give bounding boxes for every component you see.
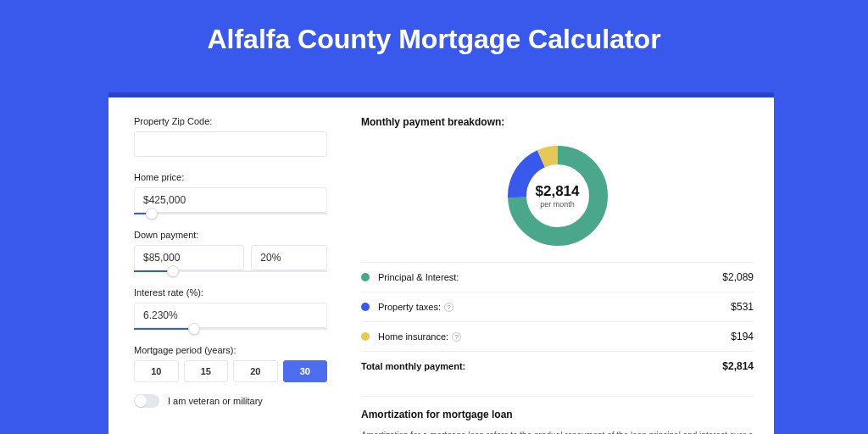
interest-field: Interest rate (%):: [134, 287, 327, 330]
help-icon[interactable]: ?: [452, 332, 461, 342]
veteran-label: I am veteran or military: [168, 396, 263, 406]
legend: Principal & Interest:$2,089Property taxe…: [361, 262, 754, 352]
zip-field: Property Zip Code:: [134, 116, 327, 157]
legend-value: $531: [731, 301, 754, 313]
period-btn-10[interactable]: 10: [134, 360, 179, 382]
legend-dot: [361, 303, 370, 311]
calculator-card: Property Zip Code: Home price: Down paym…: [108, 97, 774, 434]
down-payment-label: Down payment:: [134, 230, 327, 240]
donut-subtext: per month: [540, 200, 575, 209]
donut-chart: $2,814 per month: [361, 136, 754, 262]
zip-input[interactable]: [134, 131, 327, 157]
legend-label: Principal & Interest:: [378, 272, 722, 282]
legend-row: Home insurance:?$194: [361, 322, 754, 352]
home-price-input[interactable]: [134, 187, 327, 213]
donut-center: $2,814 per month: [504, 142, 612, 250]
breakdown-heading: Monthly payment breakdown:: [361, 116, 754, 128]
home-price-slider[interactable]: [134, 213, 327, 214]
period-field: Mortgage period (years): 10152030: [134, 345, 327, 382]
home-price-label: Home price:: [134, 172, 327, 182]
toggle-knob: [135, 395, 147, 407]
legend-row: Principal & Interest:$2,089: [361, 263, 754, 292]
home-price-field: Home price:: [134, 172, 327, 214]
total-value: $2,814: [722, 360, 754, 372]
amortization-heading: Amortization for mortgage loan: [361, 409, 754, 420]
down-payment-amount-input[interactable]: [134, 245, 244, 270]
slider-thumb[interactable]: [188, 323, 200, 335]
interest-rate-label: Interest rate (%):: [134, 287, 327, 298]
inputs-pane: Property Zip Code: Home price: Down paym…: [108, 97, 346, 434]
legend-dot: [361, 332, 370, 341]
veteran-toggle[interactable]: [134, 394, 159, 408]
total-label: Total monthly payment:: [361, 361, 722, 371]
interest-rate-slider[interactable]: [134, 328, 327, 330]
donut-amount: $2,814: [536, 183, 580, 200]
veteran-field: I am veteran or military: [134, 394, 327, 408]
legend-dot: [361, 273, 370, 281]
legend-value: $194: [731, 331, 754, 342]
legend-label: Home insurance:?: [378, 331, 731, 342]
period-btn-30[interactable]: 30: [283, 360, 328, 382]
down-payment-field: Down payment:: [134, 230, 327, 272]
page-title: Alfalfa County Mortgage Calculator: [0, 0, 868, 74]
interest-rate-input[interactable]: [134, 303, 327, 328]
legend-row: Property taxes:?$531: [361, 292, 754, 322]
legend-value: $2,089: [722, 271, 754, 283]
slider-thumb[interactable]: [167, 265, 179, 277]
period-btn-15[interactable]: 15: [184, 360, 229, 382]
legend-label: Property taxes:?: [378, 302, 731, 312]
amortization-desc: Amortization for a mortgage loan refers …: [361, 429, 754, 434]
zip-label: Property Zip Code:: [134, 116, 327, 126]
slider-thumb[interactable]: [146, 208, 158, 220]
down-payment-slider[interactable]: [134, 270, 327, 272]
amortization-block: Amortization for mortgage loan Amortizat…: [361, 396, 754, 434]
down-payment-percent-input[interactable]: [251, 245, 327, 270]
help-icon[interactable]: ?: [444, 303, 453, 312]
total-row: Total monthly payment: $2,814: [361, 352, 754, 381]
period-label: Mortgage period (years):: [134, 345, 327, 355]
breakdown-pane: Monthly payment breakdown: $2,814 per mo…: [346, 97, 774, 434]
period-btn-20[interactable]: 20: [233, 360, 278, 382]
